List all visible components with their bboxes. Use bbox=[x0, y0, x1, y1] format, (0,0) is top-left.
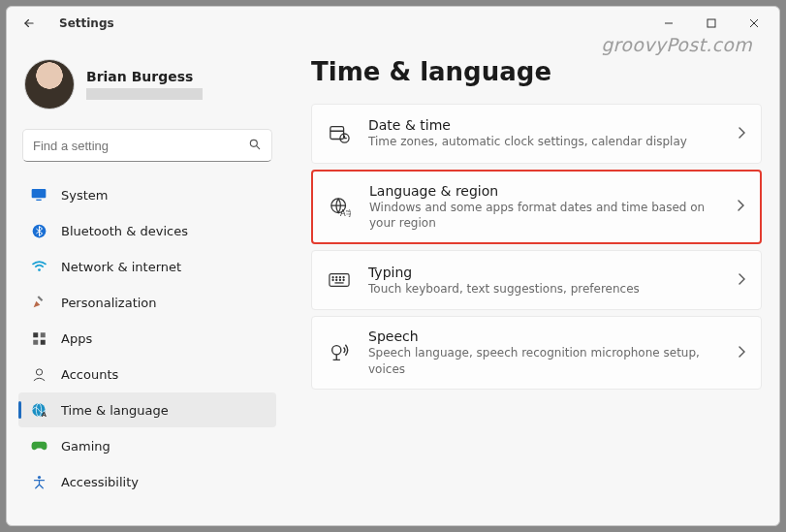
svg-point-26 bbox=[332, 277, 333, 278]
profile-subline-redacted bbox=[86, 88, 203, 100]
account-icon bbox=[30, 365, 47, 383]
svg-text:A字: A字 bbox=[340, 208, 351, 218]
svg-point-19 bbox=[37, 475, 40, 478]
card-speech[interactable]: SpeechSpeech language, speech recognitio… bbox=[311, 316, 762, 389]
sidebar-item-gaming[interactable]: Gaming bbox=[18, 428, 276, 463]
svg-rect-10 bbox=[38, 296, 44, 301]
card-typing[interactable]: TypingTouch keyboard, text suggestions, … bbox=[311, 250, 762, 310]
sidebar-item-label: Apps bbox=[61, 331, 92, 346]
chevron-right-icon bbox=[738, 346, 745, 360]
card-sub: Touch keyboard, text suggestions, prefer… bbox=[368, 281, 720, 297]
sidebar-item-label: Accessibility bbox=[61, 475, 139, 489]
chevron-right-icon bbox=[737, 200, 744, 214]
titlebar: Settings bbox=[7, 7, 779, 40]
sidebar: Brian Burgess SystemBluetooth & devicesN… bbox=[7, 40, 284, 525]
chevron-right-icon bbox=[738, 127, 745, 141]
sidebar-item-account[interactable]: Accounts bbox=[18, 357, 276, 391]
brush-icon bbox=[30, 294, 47, 311]
main-area: Time & language Date & timeTime zones, a… bbox=[284, 40, 779, 525]
sidebar-item-label: Personalization bbox=[61, 296, 157, 310]
region-icon: A字 bbox=[329, 196, 352, 219]
card-label: Date & time bbox=[368, 117, 720, 133]
card-region[interactable]: A字Language & regionWindows and some apps… bbox=[311, 170, 762, 244]
window-title: Settings bbox=[59, 16, 114, 30]
chevron-right-icon bbox=[738, 273, 745, 288]
sidebar-item-access[interactable]: Accessibility bbox=[18, 464, 276, 499]
sidebar-item-label: Bluetooth & devices bbox=[61, 224, 188, 238]
svg-point-9 bbox=[38, 268, 41, 271]
svg-point-30 bbox=[332, 280, 333, 281]
system-icon bbox=[30, 186, 47, 203]
svg-point-29 bbox=[343, 277, 344, 278]
close-button[interactable] bbox=[733, 9, 775, 38]
svg-point-35 bbox=[332, 346, 341, 355]
svg-point-28 bbox=[339, 277, 340, 278]
svg-point-27 bbox=[336, 277, 337, 278]
svg-text:A: A bbox=[42, 411, 47, 418]
svg-rect-1 bbox=[707, 19, 715, 27]
card-sub: Windows and some apps format dates and t… bbox=[369, 200, 719, 231]
bt-icon bbox=[30, 222, 47, 239]
sidebar-item-system[interactable]: System bbox=[18, 177, 276, 212]
sidebar-item-brush[interactable]: Personalization bbox=[18, 285, 276, 320]
datetime-icon bbox=[328, 122, 351, 145]
svg-point-15 bbox=[36, 368, 42, 374]
svg-rect-14 bbox=[40, 339, 45, 344]
settings-window: Settings groovyPost.com Brian Burgess bbox=[6, 6, 780, 526]
page-title: Time & language bbox=[311, 57, 762, 86]
card-label: Language & region bbox=[369, 183, 719, 199]
search-box[interactable] bbox=[22, 129, 272, 162]
svg-rect-13 bbox=[33, 339, 38, 344]
profile-block[interactable]: Brian Burgess bbox=[18, 40, 276, 127]
back-button[interactable] bbox=[11, 9, 47, 38]
apps-icon bbox=[30, 329, 47, 347]
card-sub: Speech language, speech recognition micr… bbox=[368, 345, 720, 376]
time-icon: A bbox=[30, 401, 47, 419]
sidebar-item-label: Network & internet bbox=[61, 260, 181, 274]
sidebar-item-wifi[interactable]: Network & internet bbox=[18, 249, 276, 284]
svg-rect-12 bbox=[40, 332, 45, 337]
speech-icon bbox=[328, 341, 351, 364]
sidebar-item-label: Time & language bbox=[61, 403, 169, 418]
sidebar-item-apps[interactable]: Apps bbox=[18, 321, 276, 356]
access-icon bbox=[30, 473, 47, 490]
nav-list: SystemBluetooth & devicesNetwork & inter… bbox=[18, 177, 276, 499]
sidebar-item-label: System bbox=[61, 188, 108, 203]
card-datetime[interactable]: Date & timeTime zones, automatic clock s… bbox=[311, 104, 762, 164]
sidebar-item-bt[interactable]: Bluetooth & devices bbox=[18, 213, 276, 248]
svg-point-32 bbox=[339, 280, 340, 281]
typing-icon bbox=[328, 268, 351, 292]
card-list: Date & timeTime zones, automatic clock s… bbox=[311, 104, 762, 390]
search-input[interactable] bbox=[33, 139, 248, 153]
svg-rect-7 bbox=[36, 200, 41, 201]
svg-point-31 bbox=[336, 280, 337, 281]
svg-rect-20 bbox=[330, 127, 344, 140]
card-sub: Time zones, automatic clock settings, ca… bbox=[368, 134, 720, 149]
card-label: Speech bbox=[368, 329, 720, 344]
svg-line-5 bbox=[256, 145, 259, 148]
svg-rect-11 bbox=[33, 332, 38, 337]
sidebar-item-time[interactable]: ATime & language bbox=[18, 392, 276, 427]
sidebar-item-label: Accounts bbox=[61, 367, 118, 382]
svg-point-33 bbox=[343, 280, 344, 281]
card-label: Typing bbox=[368, 265, 720, 280]
minimize-button[interactable] bbox=[647, 9, 690, 38]
profile-name: Brian Burgess bbox=[86, 69, 203, 84]
svg-rect-34 bbox=[334, 283, 343, 284]
search-icon bbox=[248, 138, 262, 154]
svg-rect-6 bbox=[32, 189, 47, 198]
sidebar-item-label: Gaming bbox=[61, 439, 110, 454]
maximize-button[interactable] bbox=[690, 9, 733, 38]
avatar bbox=[24, 59, 75, 110]
gaming-icon bbox=[30, 437, 47, 454]
wifi-icon bbox=[30, 258, 47, 275]
